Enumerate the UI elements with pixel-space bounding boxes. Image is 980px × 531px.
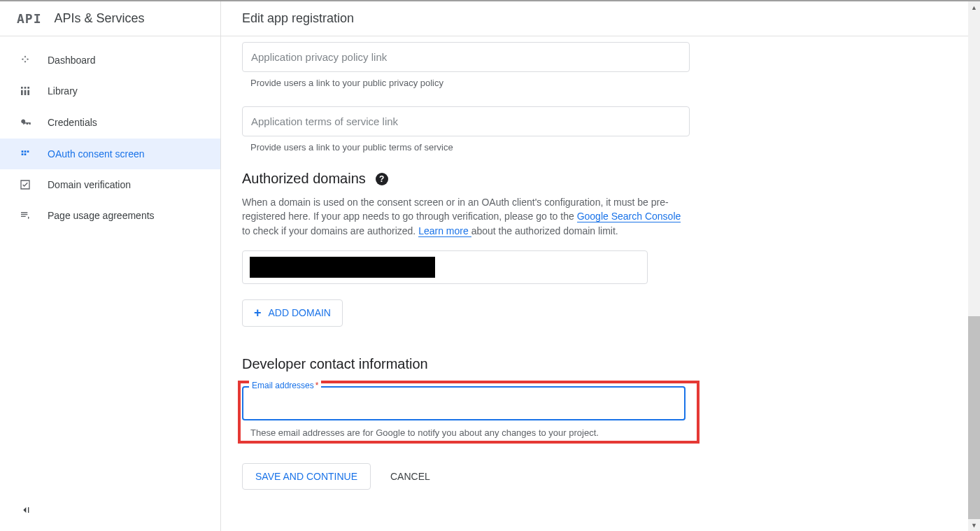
learn-more-link[interactable]: Learn more [418,225,471,237]
authorized-domains-heading: Authorized domains ? [242,171,959,187]
sidebar-item-oauth-consent[interactable]: OAuth consent screen [0,139,220,169]
main-content: Edit app registration Provide users a li… [221,1,980,531]
domain-input-box[interactable] [242,250,648,284]
nav-label: Dashboard [48,55,96,66]
help-icon[interactable]: ? [376,173,388,185]
sidebar-item-dashboard[interactable]: Dashboard [0,45,220,76]
sidebar-item-page-usage[interactable]: Page usage agreements [0,200,220,231]
nav-label: Page usage agreements [48,210,155,221]
content-area: Provide users a link to your public priv… [221,36,980,531]
nav-label: OAuth consent screen [48,148,145,160]
sidebar-item-library[interactable]: Library [0,76,220,106]
terms-group [242,106,690,136]
nav-list: Dashboard Library Credentials OAuth cons… [0,36,220,231]
scroll-up-icon[interactable]: ▲ [968,1,980,13]
privacy-policy-group [242,42,690,72]
main-header: Edit app registration [221,1,980,36]
dashboard-icon [20,55,48,66]
developer-contact-heading: Developer contact information [242,356,959,372]
authorized-description: When a domain is used on the consent scr… [242,195,690,238]
library-icon [20,85,48,97]
page-title: Edit app registration [242,11,959,26]
action-buttons: SAVE AND CONTINUE CANCEL [242,463,959,490]
sidebar: API APIs & Services Dashboard Library Cr… [0,1,221,531]
plus-icon: + [254,306,262,320]
add-domain-button[interactable]: + ADD DOMAIN [242,299,343,327]
scroll-thumb[interactable] [968,316,980,519]
key-icon [20,116,48,129]
privacy-helper: Provide users a link to your public priv… [250,78,959,88]
save-continue-button[interactable]: SAVE AND CONTINUE [242,463,371,490]
scroll-down-icon[interactable]: ▼ [968,519,980,531]
collapse-sidebar-button[interactable] [20,504,31,518]
email-highlight-box: Email addresses* These email addresses a… [238,381,700,444]
email-field-wrap: Email addresses* [242,386,693,420]
terms-helper: Provide users a link to your public term… [250,142,959,153]
nav-label: Credentials [48,117,97,128]
email-addresses-input[interactable] [242,386,686,420]
verification-icon [20,179,48,190]
api-logo: API [17,11,42,26]
nav-label: Domain verification [48,179,131,190]
terms-input[interactable] [242,106,690,136]
email-label: Email addresses* [249,381,321,390]
redacted-domain [250,257,435,278]
cancel-button[interactable]: CANCEL [390,471,430,482]
email-helper: These email addresses are for Google to … [250,427,693,438]
google-search-console-link[interactable]: Google Search Console [577,211,681,222]
privacy-policy-input[interactable] [242,42,690,72]
sidebar-item-credentials[interactable]: Credentials [0,106,220,139]
sidebar-title: APIs & Services [55,11,145,26]
nav-label: Library [48,85,78,97]
consent-icon [20,148,48,160]
scrollbar[interactable]: ▲ ▼ [968,1,980,531]
sidebar-item-domain-verification[interactable]: Domain verification [0,169,220,200]
agreements-icon [20,210,48,221]
sidebar-header: API APIs & Services [0,1,220,36]
